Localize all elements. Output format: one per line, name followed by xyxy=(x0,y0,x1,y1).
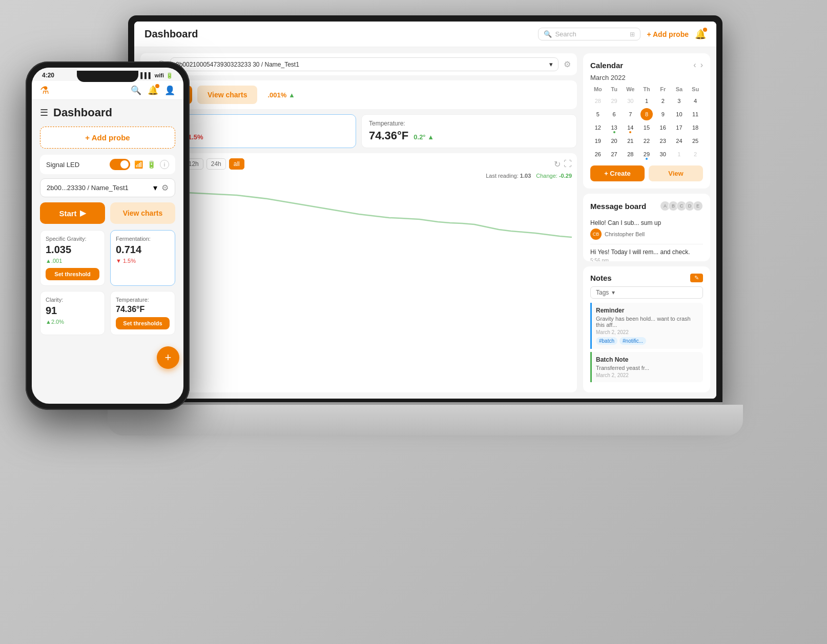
laptop-screen: Dashboard 🔍 Search ⊞ + Add probe 🔔 xyxy=(128,15,722,405)
cal-day[interactable]: 5 xyxy=(592,108,604,120)
cal-day[interactable]: 30 xyxy=(624,95,636,107)
cal-header-we: We xyxy=(623,85,638,94)
cal-day[interactable]: 2 xyxy=(689,148,701,160)
cal-day[interactable]: 24 xyxy=(673,135,685,147)
author-name-1: Christopher Bell xyxy=(605,231,645,237)
view-charts-button[interactable]: View charts xyxy=(197,86,258,104)
cal-day[interactable]: 16 xyxy=(657,121,669,134)
tags-label: Tags xyxy=(596,289,609,296)
gravity-reading-display: .001% ▲ xyxy=(267,91,295,99)
cal-day[interactable]: 3 xyxy=(673,95,685,107)
phone-clarity-card: Clarity: 91 ▲2.0% xyxy=(40,291,105,335)
cal-day[interactable]: 20 xyxy=(608,135,621,147)
phone-probe-selector[interactable]: 2b00...23330 / Name_Test1 ▾ ⚙ xyxy=(40,178,175,197)
cal-day[interactable]: 17 xyxy=(673,121,685,134)
phone-fermentation-change: ▼ 1.5% xyxy=(116,258,136,264)
calendar-grid: Mo Tu We Th Fr Sa Su 28 29 30 1 xyxy=(590,85,703,160)
cal-day[interactable]: 1 xyxy=(640,95,653,107)
probe-selector-dropdown[interactable]: 2b00210005473930323233 30 / Name_Test1 ▾ xyxy=(170,57,559,71)
phone-probe-actions: ▾ ⚙ xyxy=(153,183,169,193)
hamburger-menu-icon[interactable]: ☰ xyxy=(40,107,48,118)
cal-day-today[interactable]: 8 xyxy=(640,108,653,120)
laptop: Dashboard 🔍 Search ⊞ + Add probe 🔔 xyxy=(128,15,743,476)
cal-day[interactable]: 23 xyxy=(657,135,669,147)
probe-settings-icon[interactable]: ⚙ xyxy=(564,59,571,69)
cal-day[interactable]: 1 xyxy=(673,148,685,160)
dropdown-chevron-icon: ▾ xyxy=(153,183,157,193)
notes-panel: Notes ✎ Tags ▾ Reminder Gravity has been… xyxy=(583,266,710,392)
phone-add-probe-button[interactable]: + Add probe xyxy=(40,127,175,149)
sg-change-arrow: ▲ xyxy=(288,91,295,99)
chart-visualization xyxy=(146,181,572,242)
wifi-icon: wifi xyxy=(155,72,164,78)
phone-clarity-label: Clarity: xyxy=(46,297,99,303)
cal-day[interactable]: 13 xyxy=(608,121,621,134)
search-box[interactable]: 🔍 Search ⊞ xyxy=(538,28,640,40)
cal-day[interactable]: 9 xyxy=(657,108,669,120)
phone-menu-title-row: ☰ Dashboard xyxy=(40,106,175,119)
note-tag[interactable]: #notific... xyxy=(619,337,646,345)
phone-view-charts-button[interactable]: View charts xyxy=(110,202,175,224)
cal-day[interactable]: 11 xyxy=(689,108,701,120)
phone-signal-led-row: Signal LED 📶 🔋 i xyxy=(40,155,175,174)
calendar-prev-button[interactable]: ‹ xyxy=(693,60,696,70)
expand-icon[interactable]: ⛶ xyxy=(564,159,572,169)
cal-day[interactable]: 18 xyxy=(689,121,701,134)
phone-search-icon[interactable]: 🔍 xyxy=(131,85,141,96)
cal-day[interactable]: 28 xyxy=(624,148,636,160)
signal-led-toggle[interactable] xyxy=(110,159,130,170)
chart-change-display: Change: -0.29 xyxy=(536,173,572,179)
cal-day[interactable]: 10 xyxy=(673,108,685,120)
cal-day[interactable]: 26 xyxy=(592,148,604,160)
phone-set-threshold-button[interactable]: Set threshold xyxy=(46,268,99,280)
battery-status-icon: 🔋 xyxy=(166,72,173,79)
cal-day[interactable]: 22 xyxy=(640,135,653,147)
phone-fab-button[interactable]: + xyxy=(157,346,179,369)
notes-tags-dropdown[interactable]: Tags ▾ xyxy=(590,286,703,299)
calendar-view-button[interactable]: View xyxy=(649,165,703,181)
phone-profile-icon[interactable]: 👤 xyxy=(164,85,175,96)
notification-badge xyxy=(703,28,707,32)
cal-day[interactable]: 30 xyxy=(657,148,669,160)
cal-day[interactable]: 2 xyxy=(657,95,669,107)
phone-logo-icon: ⚗ xyxy=(40,84,49,96)
cal-day[interactable]: 28 xyxy=(592,95,604,107)
phone-play-icon: ▶ xyxy=(80,209,86,218)
phone-set-thresholds-button[interactable]: Set thresholds xyxy=(116,317,170,329)
notification-button[interactable]: 🔔 xyxy=(695,29,706,40)
cal-day[interactable]: 25 xyxy=(689,135,701,147)
time-24h-button[interactable]: 24h xyxy=(206,158,226,170)
avatar: E xyxy=(693,201,703,211)
signal-info-button[interactable]: i xyxy=(160,160,169,169)
cal-day[interactable]: 21 xyxy=(624,135,636,147)
phone-add-probe-label: + Add probe xyxy=(85,133,130,142)
calendar-create-button[interactable]: + Create xyxy=(590,165,645,181)
phone-sg-card: Specific Gravity: 1.035 ▲.001 Set thresh… xyxy=(40,230,105,286)
probe-bar: ⓘ 2b00210005473930323233 30 / Name_Test1… xyxy=(140,53,577,75)
phone-notification-icon[interactable]: 🔔 xyxy=(148,85,158,96)
cal-header-su: Su xyxy=(688,85,703,94)
cal-day[interactable]: 6 xyxy=(608,108,621,120)
cal-header-mo: Mo xyxy=(590,85,606,94)
cal-day[interactable]: 29 xyxy=(608,95,621,107)
cal-day[interactable]: 15 xyxy=(640,121,653,134)
note-tag[interactable]: #batch xyxy=(596,337,617,345)
cal-header-sa: Sa xyxy=(672,85,687,94)
add-probe-button[interactable]: + Add probe xyxy=(647,30,689,38)
phone-start-button[interactable]: Start ▶ xyxy=(40,202,105,224)
refresh-icon[interactable]: ↻ xyxy=(554,159,561,169)
cal-day[interactable]: 7 xyxy=(624,108,636,120)
cal-day[interactable]: 29 xyxy=(640,148,653,160)
page-title: Dashboard xyxy=(144,28,198,40)
cal-day[interactable]: 4 xyxy=(689,95,701,107)
set-thresholds-label: Set thresholds xyxy=(123,320,162,326)
cal-day[interactable]: 19 xyxy=(592,135,604,147)
calendar-next-button[interactable]: › xyxy=(700,60,703,70)
cal-day[interactable]: 27 xyxy=(608,148,621,160)
time-all-button[interactable]: all xyxy=(229,158,244,170)
cal-day[interactable]: 14 xyxy=(624,121,636,134)
phone-gear-icon[interactable]: ⚙ xyxy=(161,183,169,193)
author-avatar-1: CB xyxy=(590,228,602,240)
cal-day[interactable]: 12 xyxy=(592,121,604,134)
phone-screen: 4:20 ▌▌▌ wifi 🔋 ⚗ 🔍 🔔 👤 xyxy=(32,68,183,404)
